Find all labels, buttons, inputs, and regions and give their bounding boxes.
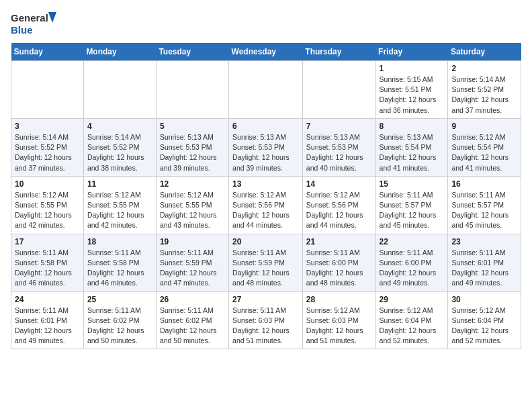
day-info: Sunrise: 5:13 AM Sunset: 5:54 PM Dayligh… bbox=[380, 132, 445, 173]
svg-text:Blue: Blue bbox=[11, 24, 33, 36]
calendar-cell bbox=[156, 61, 228, 119]
day-info: Sunrise: 5:11 AM Sunset: 5:59 PM Dayligh… bbox=[232, 248, 299, 289]
calendar-cell: 19Sunrise: 5:11 AM Sunset: 5:59 PM Dayli… bbox=[156, 234, 228, 291]
col-header-wednesday: Wednesday bbox=[229, 43, 303, 61]
day-number: 7 bbox=[306, 122, 372, 131]
calendar-cell: 11Sunrise: 5:12 AM Sunset: 5:55 PM Dayli… bbox=[83, 176, 156, 234]
svg-text:General: General bbox=[11, 12, 48, 24]
day-number: 26 bbox=[160, 295, 225, 304]
calendar-cell: 10Sunrise: 5:12 AM Sunset: 5:55 PM Dayli… bbox=[11, 176, 84, 234]
col-header-saturday: Saturday bbox=[448, 43, 521, 61]
calendar-cell: 6Sunrise: 5:13 AM Sunset: 5:53 PM Daylig… bbox=[229, 118, 303, 176]
day-number: 4 bbox=[87, 122, 152, 131]
day-number: 11 bbox=[87, 179, 152, 189]
day-number: 25 bbox=[87, 295, 152, 304]
day-info: Sunrise: 5:11 AM Sunset: 6:01 PM Dayligh… bbox=[451, 248, 517, 289]
col-header-friday: Friday bbox=[375, 43, 448, 61]
calendar-cell: 15Sunrise: 5:11 AM Sunset: 5:57 PM Dayli… bbox=[375, 176, 448, 234]
day-info: Sunrise: 5:11 AM Sunset: 5:59 PM Dayligh… bbox=[160, 248, 225, 289]
day-info: Sunrise: 5:12 AM Sunset: 5:55 PM Dayligh… bbox=[15, 190, 80, 231]
day-number: 29 bbox=[380, 295, 445, 304]
calendar-week-row: 1Sunrise: 5:15 AM Sunset: 5:51 PM Daylig… bbox=[11, 61, 521, 119]
calendar-cell: 25Sunrise: 5:11 AM Sunset: 6:02 PM Dayli… bbox=[83, 291, 156, 349]
calendar-cell: 16Sunrise: 5:11 AM Sunset: 5:57 PM Dayli… bbox=[448, 176, 521, 234]
day-number: 20 bbox=[232, 237, 299, 246]
calendar-cell: 3Sunrise: 5:14 AM Sunset: 5:52 PM Daylig… bbox=[11, 118, 84, 176]
calendar-cell: 20Sunrise: 5:11 AM Sunset: 5:59 PM Dayli… bbox=[229, 234, 303, 291]
day-info: Sunrise: 5:12 AM Sunset: 6:04 PM Dayligh… bbox=[380, 306, 445, 347]
calendar-week-row: 3Sunrise: 5:14 AM Sunset: 5:52 PM Daylig… bbox=[11, 118, 521, 176]
day-info: Sunrise: 5:11 AM Sunset: 6:03 PM Dayligh… bbox=[232, 306, 299, 347]
day-number: 21 bbox=[306, 237, 372, 246]
calendar-cell: 28Sunrise: 5:12 AM Sunset: 6:03 PM Dayli… bbox=[302, 291, 375, 349]
day-number: 28 bbox=[306, 295, 372, 304]
calendar-cell bbox=[302, 61, 375, 119]
calendar-cell: 18Sunrise: 5:11 AM Sunset: 5:58 PM Dayli… bbox=[83, 234, 156, 291]
col-header-thursday: Thursday bbox=[302, 43, 375, 61]
calendar-cell: 2Sunrise: 5:14 AM Sunset: 5:52 PM Daylig… bbox=[448, 61, 521, 119]
day-number: 15 bbox=[380, 179, 445, 189]
day-number: 22 bbox=[380, 237, 445, 246]
calendar-week-row: 17Sunrise: 5:11 AM Sunset: 5:58 PM Dayli… bbox=[11, 234, 521, 291]
calendar-cell: 17Sunrise: 5:11 AM Sunset: 5:58 PM Dayli… bbox=[11, 234, 84, 291]
day-info: Sunrise: 5:13 AM Sunset: 5:53 PM Dayligh… bbox=[160, 132, 225, 173]
day-info: Sunrise: 5:12 AM Sunset: 6:04 PM Dayligh… bbox=[451, 306, 517, 347]
day-number: 24 bbox=[15, 295, 80, 304]
day-number: 17 bbox=[15, 237, 80, 246]
calendar-cell: 29Sunrise: 5:12 AM Sunset: 6:04 PM Dayli… bbox=[375, 291, 448, 349]
logo: GeneralBlue bbox=[11, 11, 59, 36]
calendar-cell: 13Sunrise: 5:12 AM Sunset: 5:56 PM Dayli… bbox=[229, 176, 303, 234]
day-info: Sunrise: 5:11 AM Sunset: 6:02 PM Dayligh… bbox=[160, 306, 225, 347]
day-number: 3 bbox=[15, 122, 80, 131]
calendar-cell bbox=[83, 61, 156, 119]
page-header: GeneralBlue bbox=[11, 11, 521, 36]
col-header-tuesday: Tuesday bbox=[156, 43, 228, 61]
calendar-cell: 26Sunrise: 5:11 AM Sunset: 6:02 PM Dayli… bbox=[156, 291, 228, 349]
day-info: Sunrise: 5:11 AM Sunset: 5:58 PM Dayligh… bbox=[15, 248, 80, 289]
day-info: Sunrise: 5:11 AM Sunset: 5:58 PM Dayligh… bbox=[87, 248, 152, 289]
day-number: 6 bbox=[232, 122, 299, 131]
calendar-cell: 5Sunrise: 5:13 AM Sunset: 5:53 PM Daylig… bbox=[156, 118, 228, 176]
day-info: Sunrise: 5:13 AM Sunset: 5:53 PM Dayligh… bbox=[306, 132, 372, 173]
day-number: 18 bbox=[87, 237, 152, 246]
calendar-cell: 24Sunrise: 5:11 AM Sunset: 6:01 PM Dayli… bbox=[11, 291, 84, 349]
day-info: Sunrise: 5:11 AM Sunset: 5:57 PM Dayligh… bbox=[380, 190, 445, 231]
calendar-cell: 4Sunrise: 5:14 AM Sunset: 5:52 PM Daylig… bbox=[83, 118, 156, 176]
calendar-week-row: 24Sunrise: 5:11 AM Sunset: 6:01 PM Dayli… bbox=[11, 291, 521, 349]
calendar-cell bbox=[229, 61, 303, 119]
day-number: 2 bbox=[451, 64, 517, 73]
calendar-cell: 1Sunrise: 5:15 AM Sunset: 5:51 PM Daylig… bbox=[375, 61, 448, 119]
day-info: Sunrise: 5:14 AM Sunset: 5:52 PM Dayligh… bbox=[451, 75, 517, 116]
day-info: Sunrise: 5:14 AM Sunset: 5:52 PM Dayligh… bbox=[15, 132, 80, 173]
day-info: Sunrise: 5:11 AM Sunset: 6:02 PM Dayligh… bbox=[87, 306, 152, 347]
day-info: Sunrise: 5:12 AM Sunset: 5:55 PM Dayligh… bbox=[87, 190, 152, 231]
day-info: Sunrise: 5:11 AM Sunset: 6:00 PM Dayligh… bbox=[306, 248, 372, 289]
day-info: Sunrise: 5:11 AM Sunset: 5:57 PM Dayligh… bbox=[451, 190, 517, 231]
calendar-cell: 23Sunrise: 5:11 AM Sunset: 6:01 PM Dayli… bbox=[448, 234, 521, 291]
day-number: 5 bbox=[160, 122, 225, 131]
calendar-cell: 22Sunrise: 5:11 AM Sunset: 6:00 PM Dayli… bbox=[375, 234, 448, 291]
calendar-cell: 9Sunrise: 5:12 AM Sunset: 5:54 PM Daylig… bbox=[448, 118, 521, 176]
svg-marker-2 bbox=[48, 12, 56, 23]
calendar-cell: 12Sunrise: 5:12 AM Sunset: 5:55 PM Dayli… bbox=[156, 176, 228, 234]
day-info: Sunrise: 5:15 AM Sunset: 5:51 PM Dayligh… bbox=[380, 75, 445, 116]
col-header-monday: Monday bbox=[83, 43, 156, 61]
calendar-cell: 14Sunrise: 5:12 AM Sunset: 5:56 PM Dayli… bbox=[302, 176, 375, 234]
day-number: 30 bbox=[451, 295, 517, 304]
day-info: Sunrise: 5:13 AM Sunset: 5:53 PM Dayligh… bbox=[232, 132, 299, 173]
day-info: Sunrise: 5:11 AM Sunset: 6:01 PM Dayligh… bbox=[15, 306, 80, 347]
day-number: 9 bbox=[451, 122, 517, 131]
calendar-cell: 30Sunrise: 5:12 AM Sunset: 6:04 PM Dayli… bbox=[448, 291, 521, 349]
day-number: 12 bbox=[160, 179, 225, 189]
calendar-cell bbox=[11, 61, 84, 119]
day-info: Sunrise: 5:12 AM Sunset: 5:56 PM Dayligh… bbox=[306, 190, 372, 231]
col-header-sunday: Sunday bbox=[11, 43, 84, 61]
day-number: 10 bbox=[15, 179, 80, 189]
calendar-cell: 8Sunrise: 5:13 AM Sunset: 5:54 PM Daylig… bbox=[375, 118, 448, 176]
day-number: 27 bbox=[232, 295, 299, 304]
day-number: 1 bbox=[380, 64, 445, 73]
day-info: Sunrise: 5:12 AM Sunset: 6:03 PM Dayligh… bbox=[306, 306, 372, 347]
day-info: Sunrise: 5:12 AM Sunset: 5:56 PM Dayligh… bbox=[232, 190, 299, 231]
calendar-cell: 27Sunrise: 5:11 AM Sunset: 6:03 PM Dayli… bbox=[229, 291, 303, 349]
day-number: 19 bbox=[160, 237, 225, 246]
